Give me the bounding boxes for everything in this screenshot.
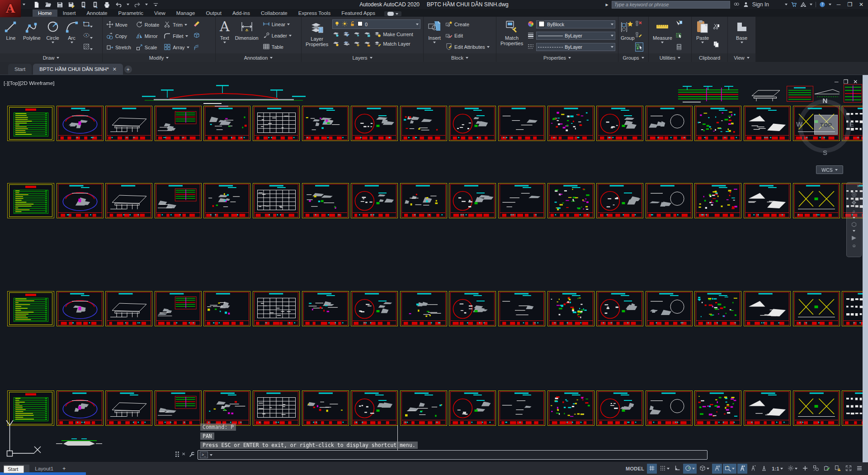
search-input[interactable]: Type a keyword or phrase	[612, 1, 730, 9]
panel-label-layers[interactable]: Layers	[302, 53, 423, 62]
command-window-close-icon[interactable]: ✕	[182, 451, 185, 456]
navbar-close-icon[interactable]: ✕	[856, 184, 860, 188]
redo-button[interactable]	[133, 1, 141, 9]
layer-off-icon[interactable]	[332, 30, 340, 38]
viewcube-top-face[interactable]: TOP	[814, 115, 838, 135]
command-recent-caret-icon[interactable]	[210, 454, 212, 456]
leader-button[interactable]: Leader	[263, 31, 292, 41]
file-tab-document[interactable]: BPTC HẦM CHUI DÂN SINH* ✕	[33, 64, 123, 75]
status-workspace-switching[interactable]	[800, 464, 810, 474]
command-window-grip[interactable]: ✕	[175, 451, 185, 457]
quick-calculator-button[interactable]	[675, 43, 683, 52]
new-layout-button[interactable]: +	[59, 466, 69, 472]
ribbon-tab-annotate[interactable]: Annotate	[81, 9, 113, 17]
search-icon[interactable]	[733, 1, 740, 8]
quick-select-button[interactable]	[675, 20, 683, 28]
navbar-zoom-caret-icon[interactable]	[853, 217, 855, 219]
lineweight-dropdown[interactable]: ByLayer	[536, 32, 615, 40]
help-caret-icon[interactable]	[829, 4, 831, 5]
arc-button[interactable]: Arc	[63, 18, 81, 53]
vertical-scrollbar[interactable]	[863, 75, 868, 462]
insert-button[interactable]: Insert	[425, 18, 443, 53]
sign-in-caret-icon[interactable]	[785, 4, 788, 5]
undo-button[interactable]	[115, 1, 123, 9]
minimize-button[interactable]: ─	[835, 1, 843, 8]
close-button[interactable]: ✕	[857, 1, 865, 8]
layer-lock-icon[interactable]	[363, 30, 371, 38]
navbar-menu-icon[interactable]: ⊖	[852, 243, 856, 249]
select-objects-button[interactable]	[675, 32, 683, 40]
navbar-pan-icon[interactable]: ✥	[852, 200, 857, 206]
polyline-button[interactable]: Polyline	[21, 18, 43, 53]
user-icon[interactable]	[743, 1, 749, 8]
panel-label-view[interactable]: View	[728, 53, 755, 62]
copy-clip-button[interactable]	[712, 41, 720, 49]
status-annotation-scale[interactable]: 1:1	[770, 465, 785, 473]
ribbon-tab-collaborate[interactable]: Collaborate	[255, 9, 293, 17]
search-arrow-icon[interactable]: ▸	[606, 1, 609, 8]
command-input-bar[interactable]: >_	[198, 450, 708, 460]
layer-on2-icon[interactable]	[332, 40, 340, 48]
app-store-cart-icon[interactable]	[791, 1, 797, 8]
save-to-mobile-button[interactable]	[91, 1, 99, 9]
text-button[interactable]: A Text	[217, 18, 232, 53]
plot-button[interactable]	[103, 1, 111, 9]
linetype-dropdown[interactable]: ByLayer	[536, 43, 615, 51]
help-icon[interactable]: ?	[819, 1, 826, 8]
group-selection-toggle[interactable]	[635, 42, 643, 52]
ribbon-tab-manage[interactable]: Manage	[171, 9, 201, 17]
layer-dropdown[interactable]: 0	[332, 19, 420, 29]
application-menu-button[interactable]: A	[0, 0, 21, 17]
create-block-button[interactable]: Create	[445, 19, 490, 29]
file-tab-close-icon[interactable]: ✕	[113, 66, 117, 72]
open-from-mobile-button[interactable]	[80, 1, 87, 9]
command-prompt-icon[interactable]: >_	[200, 451, 208, 458]
navbar-orbit-icon[interactable]: ⬡	[851, 221, 856, 227]
navbar-zoom-icon[interactable]: ⌕	[852, 208, 855, 214]
layout1-tab[interactable]: Layout1	[29, 465, 59, 473]
dimension-button[interactable]: Dimension	[233, 18, 261, 53]
wcs-dropdown[interactable]: WCS	[816, 165, 843, 174]
linear-button[interactable]: Linear	[263, 19, 292, 29]
ribbon-tab-view[interactable]: View	[149, 9, 171, 17]
ribbon-tab-output[interactable]: Output	[200, 9, 227, 17]
paste-button[interactable]: Paste	[693, 18, 712, 53]
panel-label-annotation[interactable]: Annotation	[216, 53, 301, 62]
navbar-showmotion-icon[interactable]: ▶	[852, 235, 856, 240]
panel-label-block[interactable]: Block	[424, 53, 496, 62]
status-performance-warning[interactable]	[833, 464, 843, 474]
status-object-snap-tracking[interactable]	[712, 464, 722, 474]
status-customize-status[interactable]	[854, 464, 864, 474]
viewcube-north[interactable]: N	[797, 97, 853, 104]
restore-button[interactable]: ❐	[846, 1, 854, 8]
status-clean-screen[interactable]	[844, 464, 854, 474]
status-isolate-objects[interactable]	[811, 464, 821, 474]
hatch-button[interactable]	[83, 43, 93, 51]
status-ortho-mode[interactable]	[672, 464, 682, 474]
open-file-button[interactable]	[44, 1, 52, 9]
layer-properties-button[interactable]: Layer Properties	[303, 18, 330, 53]
status-annotation-settings[interactable]	[786, 464, 799, 474]
object-color-dropdown[interactable]: ByBlock	[536, 20, 615, 28]
color-wheel-icon[interactable]	[527, 20, 534, 28]
status-polar-tracking[interactable]	[683, 464, 697, 474]
ungroup-button[interactable]	[635, 20, 643, 28]
lineweight-icon[interactable]	[527, 32, 534, 40]
panel-label-modify[interactable]: Modify	[103, 53, 215, 62]
array-button[interactable]: Array	[164, 43, 189, 52]
status-dynamic-input[interactable]	[723, 464, 736, 474]
stretch-button[interactable]: Stretch	[106, 43, 131, 52]
ribbon-tab-express-tools[interactable]: Express Tools	[293, 9, 336, 17]
status-object-snap-3d[interactable]	[759, 464, 769, 474]
viewcube-east[interactable]: E	[849, 120, 854, 128]
application-menu-caret-icon[interactable]	[23, 4, 25, 5]
file-tab-start[interactable]: Start	[8, 64, 32, 75]
viewcube[interactable]: TOP N S W E	[797, 99, 853, 155]
status-snap-mode[interactable]	[658, 464, 671, 474]
linetype-icon[interactable]	[527, 43, 534, 51]
scale-button[interactable]: Scale	[136, 43, 159, 52]
trim-button[interactable]: Trim	[164, 20, 189, 29]
rotate-button[interactable]: Rotate	[136, 20, 159, 29]
save-button[interactable]	[56, 1, 64, 9]
status-isometric-drafting[interactable]	[698, 464, 711, 474]
